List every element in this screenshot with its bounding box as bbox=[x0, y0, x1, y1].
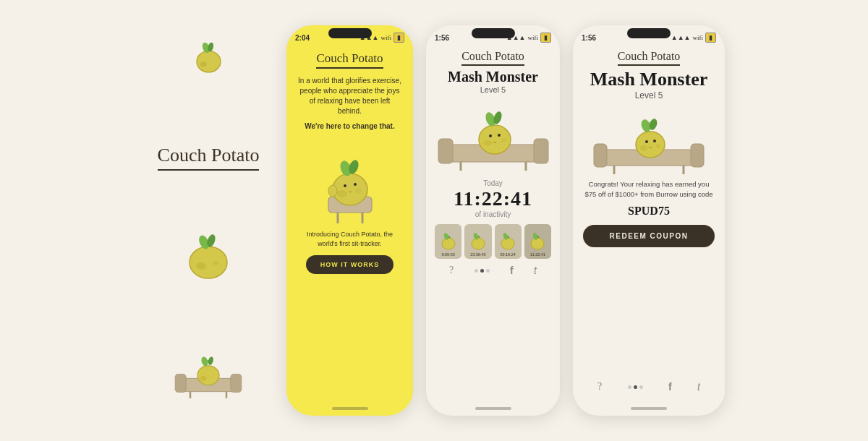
wifi-icon-3: wifi bbox=[528, 34, 539, 41]
potato-mid-icon bbox=[179, 228, 237, 286]
redeem-button[interactable]: REDEEM COUPON bbox=[583, 225, 715, 247]
phone-coupon: 1:56 ▲▲▲ wifi ▮ Couch Potato Mash Monste… bbox=[573, 25, 725, 416]
svg-point-58 bbox=[653, 140, 656, 142]
phone2-home-bar bbox=[332, 407, 368, 410]
phone2-intro-text: Introducing Couch Potato, the world's fi… bbox=[298, 230, 401, 248]
phone-notch-3: 1:56 ▲▲▲ wifi ▮ bbox=[426, 25, 560, 46]
phone2-logo: Couch Potato bbox=[316, 51, 383, 69]
phone2-content: Couch Potato In a world that glorifies e… bbox=[286, 46, 413, 403]
phone4-level: Level 5 bbox=[635, 90, 663, 100]
page-dots-4 bbox=[628, 385, 643, 389]
phone3-home-bar bbox=[475, 407, 511, 410]
potato-top-icon bbox=[189, 40, 229, 80]
svg-rect-51 bbox=[691, 144, 704, 167]
svg-point-54 bbox=[636, 132, 665, 158]
history-thumb-img-3 bbox=[527, 232, 548, 252]
timer-sublabel: of inactivity bbox=[475, 210, 511, 218]
svg-point-21 bbox=[333, 174, 367, 205]
phone2-tagline: We're here to change that. bbox=[305, 122, 394, 130]
dot-2 bbox=[480, 269, 484, 273]
history-item-0[interactable]: 9:09:53 bbox=[435, 224, 461, 259]
notch-pill-4 bbox=[627, 28, 671, 38]
phone3-level: Level 5 bbox=[480, 85, 506, 94]
phone-notch-4: 1:56 ▲▲▲ wifi ▮ bbox=[573, 25, 725, 46]
phone4-bottom-nav: ? f t bbox=[583, 375, 715, 395]
history-item-1[interactable]: 23:36:45 bbox=[464, 224, 491, 259]
phone2-description: In a world that glorifies exercise, peop… bbox=[298, 76, 401, 116]
history-time-1: 23:36:45 bbox=[470, 252, 485, 257]
svg-point-28 bbox=[328, 185, 337, 197]
svg-rect-11 bbox=[231, 374, 242, 392]
dot-4-3 bbox=[639, 385, 643, 389]
svg-point-14 bbox=[197, 366, 219, 385]
svg-point-22 bbox=[337, 190, 347, 197]
question-icon-4[interactable]: ? bbox=[597, 381, 602, 393]
notch-time-2: 2:04 bbox=[295, 34, 310, 42]
phone4-username: Mash Monster bbox=[590, 69, 707, 90]
history-time-3: 11:22:41 bbox=[530, 252, 545, 257]
svg-point-38 bbox=[498, 134, 501, 137]
svg-point-23 bbox=[355, 189, 361, 193]
history-row: 9:09:53 23:36:45 00:16 bbox=[435, 224, 551, 259]
history-item-3[interactable]: 11:22:41 bbox=[524, 224, 551, 259]
wifi-icon-4: wifi bbox=[693, 34, 704, 41]
history-thumb-img-1 bbox=[468, 232, 488, 252]
dot-1 bbox=[475, 269, 478, 273]
svg-point-24 bbox=[344, 184, 346, 187]
dot-3 bbox=[486, 269, 490, 273]
history-thumb-img-0 bbox=[438, 232, 459, 252]
svg-point-47 bbox=[531, 238, 544, 249]
svg-point-45 bbox=[501, 238, 514, 249]
phone2-potato-illustration bbox=[303, 140, 397, 227]
notch-pill-2 bbox=[328, 28, 372, 38]
timer-value: 11:22:41 bbox=[454, 187, 532, 210]
svg-point-41 bbox=[442, 238, 455, 249]
svg-rect-50 bbox=[594, 144, 607, 167]
battery-icon: ▮ bbox=[393, 33, 404, 43]
phone3-potato-illustration bbox=[435, 101, 551, 174]
phone4-potato-illustration bbox=[591, 108, 707, 176]
phone-intro: 2:04 ▲▲▲ wifi ▮ Couch Potato In a world … bbox=[286, 25, 413, 416]
facebook-icon[interactable]: f bbox=[510, 265, 514, 276]
svg-point-36 bbox=[501, 138, 506, 142]
coupon-code: SPUD75 bbox=[628, 205, 670, 218]
history-time-0: 9:09:53 bbox=[441, 252, 454, 257]
svg-point-25 bbox=[354, 183, 357, 186]
svg-rect-30 bbox=[438, 139, 453, 163]
svg-point-35 bbox=[483, 140, 492, 146]
dot-4-1 bbox=[628, 385, 631, 389]
brand-panel: Couch Potato bbox=[143, 25, 273, 416]
coupon-description: Congrats! Your relaxing has earned you $… bbox=[583, 179, 715, 200]
twitter-icon-4[interactable]: t bbox=[697, 381, 700, 393]
how-it-works-button[interactable]: HOW IT WORKS bbox=[306, 255, 394, 274]
phone3-logo: Couch Potato bbox=[461, 50, 524, 66]
svg-rect-31 bbox=[534, 139, 548, 163]
twitter-icon[interactable]: t bbox=[534, 265, 537, 276]
signal-icon-4: ▲▲▲ bbox=[671, 34, 691, 41]
phone3-username: Mash Monster bbox=[448, 69, 538, 85]
page-dots bbox=[475, 269, 490, 273]
battery-icon-3: ▮ bbox=[540, 33, 551, 43]
svg-rect-10 bbox=[175, 374, 186, 392]
svg-point-56 bbox=[656, 144, 660, 148]
notch-pill-3 bbox=[472, 28, 515, 38]
brand-title: Couch Potato bbox=[158, 144, 260, 171]
timer-label: Today bbox=[483, 179, 503, 187]
wifi-icon: wifi bbox=[381, 34, 392, 41]
svg-point-43 bbox=[472, 238, 485, 249]
phone4-logo: Couch Potato bbox=[618, 50, 681, 66]
question-icon[interactable]: ? bbox=[449, 265, 454, 276]
svg-point-37 bbox=[489, 134, 492, 137]
history-thumb-img-2 bbox=[498, 232, 518, 252]
phone3-bottom-nav: ? f t bbox=[435, 259, 551, 279]
facebook-icon-4[interactable]: f bbox=[668, 381, 672, 393]
phone4-home-bar bbox=[631, 407, 667, 410]
svg-point-55 bbox=[640, 145, 647, 151]
svg-point-6 bbox=[213, 261, 218, 265]
history-time-2: 00:16:24 bbox=[500, 252, 515, 257]
svg-point-15 bbox=[200, 376, 206, 381]
brand-title-container: Couch Potato bbox=[158, 137, 260, 171]
notch-time-4: 1:56 bbox=[582, 34, 596, 42]
history-item-2[interactable]: 00:16:24 bbox=[495, 224, 522, 259]
potato-couch-icon bbox=[172, 343, 244, 401]
